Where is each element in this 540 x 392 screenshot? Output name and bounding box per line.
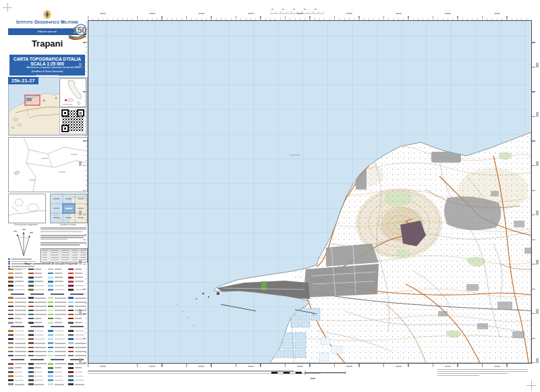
legend-item-label bbox=[15, 355, 26, 356]
legend-item-label bbox=[55, 273, 62, 274]
sea-label bbox=[290, 155, 300, 156]
edition-label: Edizione speciale bbox=[24, 30, 71, 34]
legend-symbol-swatch bbox=[48, 371, 53, 373]
legend-symbol-swatch bbox=[68, 302, 74, 304]
legend-item-label bbox=[34, 310, 46, 311]
legend-symbol-swatch bbox=[48, 363, 53, 365]
legend-symbol-swatch bbox=[8, 285, 14, 287]
legend-symbol-swatch bbox=[68, 277, 74, 279]
legend-symbol-swatch bbox=[68, 330, 74, 332]
legend-item-label bbox=[34, 355, 46, 356]
legend-symbol-swatch bbox=[28, 277, 34, 279]
igm-crest-icon bbox=[42, 10, 53, 19]
legend-symbol-swatch bbox=[48, 285, 53, 287]
legend-item-label bbox=[55, 343, 65, 344]
legend-symbol-swatch bbox=[48, 342, 53, 344]
legend-column bbox=[8, 267, 26, 389]
legend-item-label bbox=[34, 331, 43, 332]
legend-item-label bbox=[15, 289, 25, 291]
legend-symbol-swatch bbox=[8, 367, 14, 369]
legend-item-label bbox=[55, 367, 61, 368]
map-drawing bbox=[88, 21, 531, 363]
legend-symbol-swatch bbox=[68, 289, 74, 291]
legend-symbol-swatch bbox=[8, 289, 14, 291]
registration-cross-icon bbox=[526, 381, 536, 390]
legend-symbol-swatch bbox=[28, 383, 34, 385]
legend-item-label bbox=[15, 306, 26, 307]
legend-symbol-swatch bbox=[28, 379, 34, 381]
legend-item-label bbox=[55, 298, 66, 299]
legend-symbol-swatch bbox=[28, 314, 34, 316]
series-note-3: Versione Sperimentale bbox=[26, 74, 68, 76]
legend-item-label bbox=[15, 277, 23, 278]
legend-item-label bbox=[55, 310, 66, 311]
legend-item-label bbox=[34, 318, 41, 319]
footer-center-mark bbox=[310, 378, 315, 379]
legend-item-label bbox=[75, 372, 82, 373]
legend-symbol-swatch bbox=[8, 314, 14, 316]
legend-grid bbox=[8, 267, 86, 389]
legend-item-label bbox=[34, 335, 44, 336]
map-panel bbox=[88, 20, 532, 364]
sheet-title: Trapani bbox=[8, 38, 86, 49]
legend-title: Segni convenzionali di uso più frequente bbox=[24, 262, 70, 265]
legend-symbol-swatch bbox=[28, 367, 34, 369]
legend-symbol-swatch bbox=[68, 281, 74, 283]
legend-item-label bbox=[75, 380, 84, 381]
legend-item-label bbox=[15, 269, 22, 270]
legend-symbol-swatch bbox=[48, 383, 53, 385]
legend-item-label bbox=[55, 318, 61, 319]
legend-symbol-swatch bbox=[28, 289, 34, 291]
legend-symbol-swatch bbox=[28, 334, 34, 336]
legend-item-label bbox=[15, 335, 24, 336]
legend-symbol-swatch bbox=[8, 273, 14, 275]
legend-item-label bbox=[55, 281, 63, 282]
legend-symbol-swatch bbox=[8, 334, 14, 336]
legend-item-label bbox=[34, 306, 46, 307]
legend-item-label bbox=[34, 273, 42, 274]
legend-symbol-swatch bbox=[68, 363, 74, 365]
legend-symbol-swatch bbox=[48, 322, 53, 324]
legend-symbol-swatch bbox=[48, 306, 53, 308]
legend-item-label bbox=[55, 355, 66, 356]
legend-symbol-swatch bbox=[48, 297, 53, 299]
coordinate-labels-right bbox=[536, 30, 539, 363]
graticule-minor-ticks-left bbox=[85, 20, 87, 363]
legend-item-label bbox=[15, 298, 26, 299]
legend-item-label bbox=[34, 281, 43, 282]
copyright-line-1 bbox=[88, 370, 294, 372]
legend-symbol-swatch bbox=[68, 355, 74, 357]
series-note-2: (DataBase di Sintesi Nazionale) bbox=[26, 70, 68, 72]
legend-symbol-swatch bbox=[48, 318, 53, 320]
legend-symbol-swatch bbox=[28, 322, 34, 324]
declination-map-caption: Declinazione magnetica bbox=[8, 223, 45, 227]
legend-item-label bbox=[15, 331, 24, 332]
legend-symbol-swatch bbox=[68, 375, 74, 377]
title-block-sidebar: Istituto Geografico Militare Edizione sp… bbox=[8, 10, 86, 388]
qr-code-icon bbox=[59, 107, 86, 134]
legend-symbol-swatch bbox=[48, 375, 53, 377]
legend-item-label bbox=[15, 347, 26, 348]
legend-item-label bbox=[15, 380, 24, 381]
legend-symbol-swatch bbox=[8, 338, 14, 340]
italy-inset-map bbox=[59, 78, 86, 107]
legend-item-label bbox=[34, 269, 41, 270]
legend-symbol-swatch bbox=[48, 330, 53, 332]
legend-column bbox=[28, 267, 47, 389]
legend-symbol-swatch bbox=[28, 347, 34, 349]
legend-symbol-swatch bbox=[8, 342, 14, 344]
legend-symbol-swatch bbox=[68, 269, 74, 271]
legend-item-label bbox=[34, 277, 43, 278]
legend-symbol-swatch bbox=[68, 338, 74, 340]
legend-item-label bbox=[55, 306, 66, 307]
legend-symbol-swatch bbox=[8, 297, 14, 299]
legend-item-label bbox=[55, 363, 66, 364]
legend-item-label bbox=[55, 372, 62, 373]
legend-item-label bbox=[55, 335, 64, 336]
legend-symbol-swatch bbox=[68, 367, 74, 369]
legend-symbol-swatch bbox=[48, 302, 53, 304]
legend-item-label bbox=[15, 318, 22, 319]
legend-item bbox=[28, 383, 47, 387]
legend-symbol-swatch bbox=[48, 269, 53, 271]
footer-notes-right bbox=[437, 369, 528, 377]
